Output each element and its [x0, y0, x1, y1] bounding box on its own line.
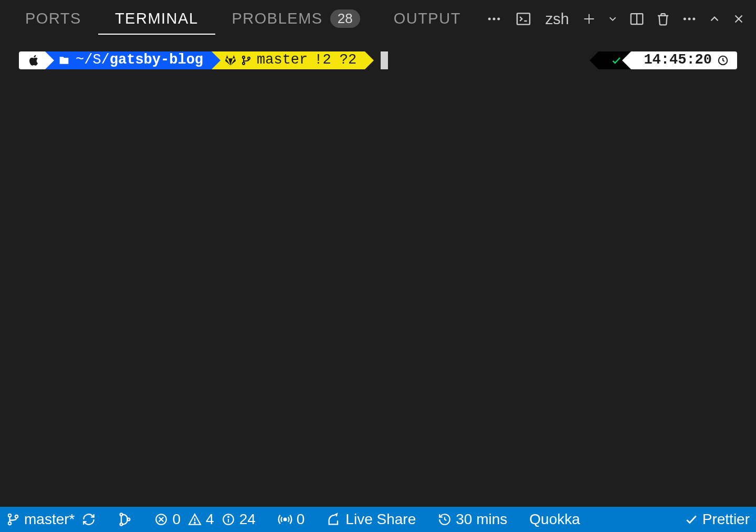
terminal-output[interactable]: ~/S/gatsby-blog master !2 ?2: [0, 38, 756, 83]
prompt-path-prefix: ~/S/: [76, 53, 110, 68]
antenna-icon: [278, 512, 292, 527]
svg-point-14: [8, 522, 11, 525]
svg-point-2: [497, 18, 500, 20]
svg-point-0: [488, 18, 491, 20]
status-problems[interactable]: 0 4 24: [150, 511, 259, 528]
terminal-toolbar: zsh: [515, 11, 748, 28]
svg-point-8: [692, 18, 695, 20]
history-icon: [438, 513, 452, 526]
status-branch-name: master*: [24, 511, 75, 528]
problems-count-badge: 28: [330, 9, 360, 28]
status-errors: 0: [172, 511, 181, 528]
more-actions-icon[interactable]: [681, 11, 697, 27]
svg-point-13: [8, 514, 11, 517]
share-icon: [327, 512, 341, 527]
svg-point-15: [15, 515, 18, 518]
status-prettier[interactable]: Prettier: [680, 511, 754, 528]
svg-point-25: [284, 518, 286, 521]
prompt-path-segment: ~/S/gatsby-blog: [45, 51, 212, 69]
svg-point-21: [194, 523, 195, 524]
terminal-dropdown-icon[interactable]: [607, 13, 618, 25]
svg-point-6: [684, 18, 686, 20]
check-icon: [685, 513, 698, 526]
apple-icon: [28, 54, 40, 67]
new-terminal-icon[interactable]: [582, 12, 596, 26]
status-prettier-label: Prettier: [702, 511, 750, 528]
close-panel-icon[interactable]: [732, 12, 746, 26]
git-branch-icon: [241, 54, 251, 67]
check-icon: [611, 55, 622, 66]
folder-icon: [58, 55, 70, 66]
svg-rect-3: [517, 13, 530, 24]
prompt-os-segment: [19, 51, 45, 69]
status-warnings: 4: [206, 511, 214, 528]
svg-point-11: [248, 57, 250, 59]
error-icon: [154, 513, 168, 526]
prompt-branch: master: [257, 53, 308, 68]
svg-point-16: [120, 513, 123, 516]
kill-terminal-icon[interactable]: [655, 11, 671, 27]
shell-name[interactable]: zsh: [545, 11, 569, 28]
svg-point-7: [688, 18, 691, 20]
status-quokka[interactable]: Quokka: [525, 511, 584, 528]
status-timer-label: 30 mins: [456, 511, 507, 528]
status-ports-count: 0: [297, 511, 305, 528]
gitlab-icon: [224, 55, 237, 66]
tab-problems-label: PROBLEMS: [232, 10, 323, 27]
svg-point-17: [120, 523, 123, 526]
prompt-time: 14:45:20: [644, 53, 712, 68]
tab-ports[interactable]: PORTS: [8, 4, 98, 35]
split-terminal-icon[interactable]: [629, 11, 645, 27]
svg-point-24: [228, 516, 229, 517]
prompt-time-segment: 14:45:20: [631, 51, 737, 69]
prompt-git-segment: master !2 ?2: [212, 51, 365, 69]
terminal-cursor: [381, 51, 388, 69]
prompt-right: 14:45:20: [598, 51, 737, 69]
status-branch[interactable]: master*: [2, 511, 100, 528]
svg-point-9: [243, 56, 245, 58]
terminal-profile-icon[interactable]: [515, 11, 532, 27]
tab-terminal[interactable]: TERMINAL: [98, 4, 215, 35]
info-icon: [222, 513, 235, 526]
status-live-share[interactable]: Live Share: [322, 511, 420, 528]
status-bar: master* 0 4 24 0 Live Share 30 mins Quok…: [0, 507, 756, 532]
svg-point-1: [492, 18, 495, 20]
status-info: 24: [239, 511, 256, 528]
status-graph-icon[interactable]: [113, 512, 136, 527]
clock-icon: [717, 55, 729, 66]
tab-problems[interactable]: PROBLEMS 28: [215, 3, 377, 35]
maximize-panel-icon[interactable]: [708, 12, 721, 26]
status-ports[interactable]: 0: [274, 511, 309, 528]
prompt-path-dir: gatsby-blog: [110, 53, 203, 68]
status-quokka-label: Quokka: [529, 511, 580, 528]
status-live-share-label: Live Share: [345, 511, 416, 528]
status-timer[interactable]: 30 mins: [434, 511, 511, 528]
prompt-line: ~/S/gatsby-blog master !2 ?2: [19, 51, 737, 69]
panel-tabs: PORTS TERMINAL PROBLEMS 28 OUTPUT zsh: [0, 0, 756, 38]
svg-point-10: [243, 62, 245, 65]
prompt-git-flags: !2 ?2: [314, 53, 356, 68]
tab-output[interactable]: OUTPUT: [377, 4, 478, 35]
sync-icon: [82, 513, 96, 526]
tabs-overflow-icon[interactable]: [478, 11, 510, 27]
warning-icon: [188, 513, 202, 526]
